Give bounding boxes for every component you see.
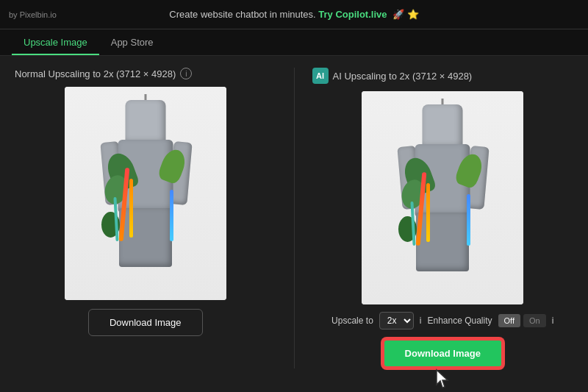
robot-figure [94,94,197,285]
enhance-toggle-group: Off On [498,314,546,327]
panel-divider [294,68,295,368]
promo-text: Create website chatbot in minutes. Try C… [169,9,419,20]
top-bar: by Pixelbin.io Create website chatbot in… [0,0,588,29]
upscale-select[interactable]: 2x 4x [379,312,414,329]
left-robot-image [65,87,226,300]
left-info-icon[interactable]: i [180,68,192,79]
promo-emoji: 🚀 ⭐ [392,9,419,20]
right-image-box [362,91,523,304]
robot-figure-right [391,99,494,290]
try-copilot-link[interactable]: Try Copilot.live [318,9,387,20]
left-panel-header: Normal Upscaling to 2x (3712 × 4928) i [15,68,276,79]
main-content: Normal Upscaling to 2x (3712 × 4928) i [0,56,588,380]
right-download-button[interactable]: Download Image [382,338,503,368]
download-button-area: Download Image [382,329,503,368]
left-panel: Normal Upscaling to 2x (3712 × 4928) i [15,68,276,368]
rating-bar: Rate this result: 😔 😄 [0,380,588,392]
right-panel-header: AI AI Upscaling to 2x (3712 × 4928) [312,68,574,84]
controls-row: Upscale to 2x 4x i Enhance Quality Off O… [331,312,553,329]
left-download-button[interactable]: Download Image [88,309,203,336]
toggle-off-button[interactable]: Off [498,314,520,327]
logo-text: by Pixelbin.io [9,10,57,19]
ai-upscale-icon: AI [312,68,329,84]
right-panel-title: AI Upscaling to 2x (3712 × 4928) [333,71,473,82]
upscale-label: Upscale to [331,316,373,326]
left-panel-title: Normal Upscaling to 2x (3712 × 4928) [15,68,176,79]
nav-bar: Upscale Image App Store [0,29,588,56]
tab-app-store[interactable]: App Store [99,37,165,55]
upscale-info-icon[interactable]: i [420,316,422,326]
toggle-on-button[interactable]: On [523,314,546,327]
tab-upscale-image[interactable]: Upscale Image [12,37,99,55]
right-robot-image [362,91,523,304]
enhance-info-icon[interactable]: i [552,316,554,326]
left-image-box [65,87,226,300]
enhance-label: Enhance Quality [427,316,492,326]
right-panel: AI AI Upscaling to 2x (3712 × 4928) [312,68,574,368]
